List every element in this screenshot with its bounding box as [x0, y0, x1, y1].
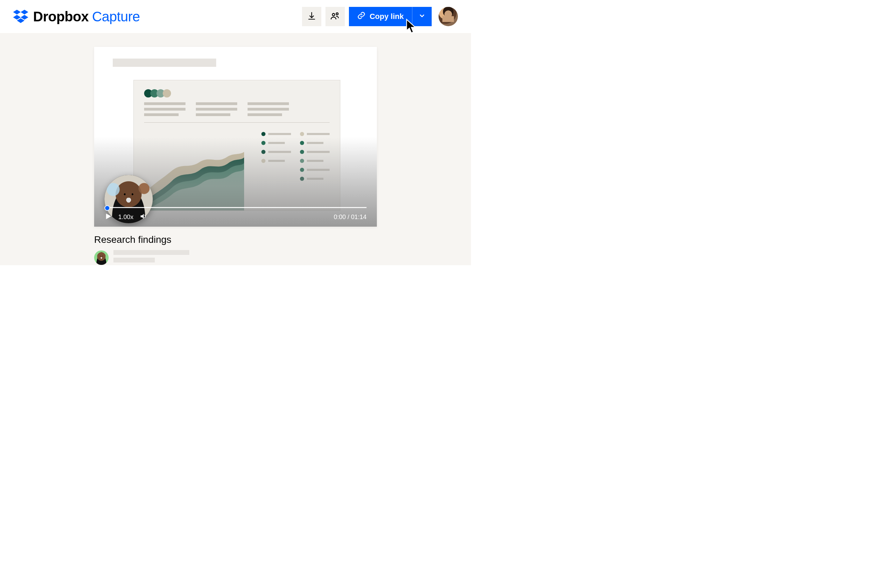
brand: Dropbox Capture [13, 8, 140, 25]
chevron-down-icon [418, 12, 426, 21]
svg-point-5 [332, 14, 335, 16]
share-people-button[interactable] [325, 7, 345, 26]
author-meta-placeholder [113, 250, 189, 265]
playback-speed[interactable]: 1.00x [118, 214, 134, 221]
copy-link-label: Copy link [370, 12, 404, 21]
people-icon [330, 11, 340, 22]
video-controls: 1.00x 0:00 / 01:14 [104, 213, 367, 222]
user-avatar[interactable] [439, 7, 458, 26]
dropbox-logo-icon [13, 8, 28, 25]
main-canvas: 1.00x 0:00 / 01:14 Research findings [0, 33, 471, 265]
svg-marker-8 [106, 214, 111, 219]
slide-title-placeholder [113, 58, 216, 67]
author-row [94, 250, 377, 265]
video-title: Research findings [94, 234, 377, 245]
download-icon [307, 11, 316, 22]
copy-link-button[interactable]: Copy link [349, 7, 412, 26]
video-card: 1.00x 0:00 / 01:14 [94, 47, 377, 226]
download-button[interactable] [302, 7, 321, 26]
copy-link-group: Copy link [349, 7, 432, 26]
volume-button[interactable] [140, 213, 147, 222]
cursor-icon [405, 19, 418, 36]
progress-track[interactable] [104, 207, 367, 208]
slide-logo-dots [144, 89, 329, 98]
svg-marker-0 [13, 10, 21, 15]
svg-marker-7 [406, 19, 415, 33]
timecode: 0:00 / 01:14 [334, 214, 367, 221]
progress-handle[interactable] [104, 205, 110, 211]
app-header: Dropbox Capture [0, 0, 471, 33]
link-icon [357, 11, 366, 22]
brand-name: Dropbox [33, 9, 89, 24]
play-button[interactable] [104, 213, 112, 222]
header-actions: Copy link [302, 7, 458, 26]
brand-product: Capture [92, 9, 140, 24]
svg-marker-9 [141, 214, 144, 219]
svg-marker-1 [21, 10, 28, 15]
author-avatar[interactable] [94, 250, 108, 265]
svg-point-6 [336, 13, 338, 15]
